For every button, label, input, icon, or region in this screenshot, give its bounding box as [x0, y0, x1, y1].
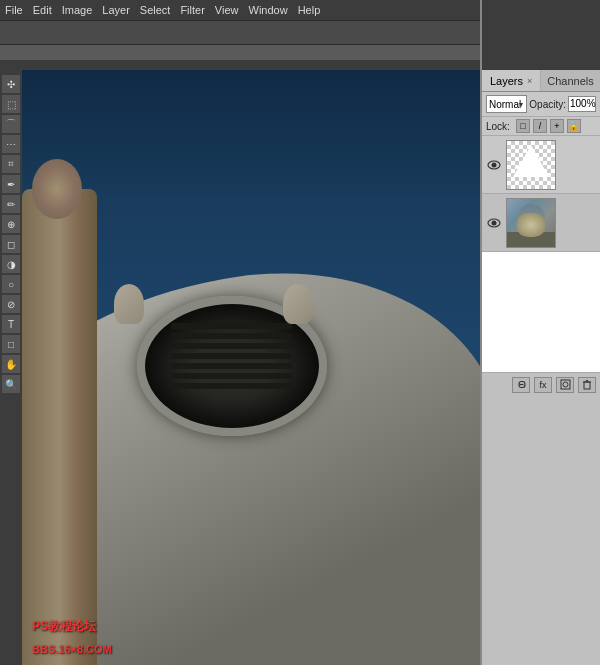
- tool-lasso[interactable]: ⌒: [2, 115, 20, 133]
- tab-channels[interactable]: Channels: [541, 70, 599, 91]
- lock-pixels-icon[interactable]: /: [533, 119, 547, 133]
- tool-zoom[interactable]: 🔍: [2, 375, 20, 393]
- link-layers-button[interactable]: [512, 377, 530, 393]
- tool-gradient[interactable]: ◑: [2, 255, 20, 273]
- layer-1-mask-preview: [507, 141, 555, 189]
- panels-top-bar: [482, 0, 600, 70]
- tool-shape[interactable]: □: [2, 335, 20, 353]
- scroll-ornament-right: [283, 284, 313, 324]
- blend-mode-select[interactable]: Normal: [486, 95, 527, 113]
- layer-2-photo-preview: [507, 199, 555, 247]
- layer-1-visibility[interactable]: [486, 157, 502, 173]
- layer-item-2[interactable]: [482, 194, 600, 252]
- lock-transparent-icon[interactable]: □: [516, 119, 530, 133]
- blend-mode-select-wrap[interactable]: Normal: [486, 95, 527, 113]
- tool-brush[interactable]: ✏: [2, 195, 20, 213]
- layer-effects-button[interactable]: fx: [534, 377, 552, 393]
- column-left: [22, 189, 97, 665]
- scroll-ornament-left: [114, 284, 144, 324]
- layer-toolbar: fx: [482, 372, 600, 396]
- tool-clone[interactable]: ⊕: [2, 215, 20, 233]
- tool-eraser[interactable]: ◻: [2, 235, 20, 253]
- menu-edit[interactable]: Edit: [33, 4, 52, 16]
- tab-layers[interactable]: Layers ×: [482, 70, 541, 91]
- layers-empty-area: [482, 252, 600, 372]
- tab-layers-label: Layers: [490, 75, 523, 87]
- svg-point-1: [492, 162, 497, 167]
- tool-crop[interactable]: ⌗: [2, 155, 20, 173]
- layer-item-1[interactable]: [482, 136, 600, 194]
- add-mask-button[interactable]: [556, 377, 574, 393]
- menu-filter[interactable]: Filter: [180, 4, 204, 16]
- tool-magic-wand[interactable]: ⋯: [2, 135, 20, 153]
- menu-help[interactable]: Help: [298, 4, 321, 16]
- tool-pen[interactable]: ⊘: [2, 295, 20, 313]
- lock-row: Lock: □ / + 🔒: [482, 117, 600, 136]
- svg-point-3: [492, 220, 497, 225]
- tool-hand[interactable]: ✋: [2, 355, 20, 373]
- right-panels: Layers × Channels Normal Opacity: 100% L…: [480, 0, 600, 665]
- layer-2-thumbnail: [506, 198, 556, 248]
- menu-window[interactable]: Window: [249, 4, 288, 16]
- lock-all-icon[interactable]: 🔒: [567, 119, 581, 133]
- tab-layers-close[interactable]: ×: [527, 76, 532, 86]
- tool-text[interactable]: T: [2, 315, 20, 333]
- tool-eyedropper[interactable]: ✒: [2, 175, 20, 193]
- menu-view[interactable]: View: [215, 4, 239, 16]
- svg-rect-7: [584, 382, 590, 389]
- menu-select[interactable]: Select: [140, 4, 171, 16]
- svg-point-6: [563, 382, 568, 387]
- stone-ornament: [32, 159, 82, 219]
- tool-marquee[interactable]: ⬚: [2, 95, 20, 113]
- panel-tab-row: Layers × Channels: [482, 70, 600, 92]
- opacity-label: Opacity:: [529, 99, 566, 110]
- menu-layer[interactable]: Layer: [102, 4, 130, 16]
- watermark-line1: PS教程论坛: [32, 618, 96, 635]
- svg-rect-5: [561, 380, 570, 389]
- lock-position-icon[interactable]: +: [550, 119, 564, 133]
- tool-dodge[interactable]: ○: [2, 275, 20, 293]
- canvas-area: PS教程论坛 BBS.16×8.COM: [22, 70, 480, 665]
- watermark-line2: BBS.16×8.COM: [32, 643, 112, 655]
- tool-move[interactable]: ✣: [2, 75, 20, 93]
- layers-panel: Layers × Channels Normal Opacity: 100% L…: [482, 70, 600, 396]
- layer-1-thumbnail: [506, 140, 556, 190]
- delete-layer-button[interactable]: [578, 377, 596, 393]
- menu-file[interactable]: File: [5, 4, 23, 16]
- blend-opacity-row: Normal Opacity: 100%: [482, 92, 600, 117]
- menu-image[interactable]: Image: [62, 4, 93, 16]
- opacity-value[interactable]: 100%: [568, 96, 596, 112]
- mask-triangle-shape: [513, 145, 549, 177]
- left-toolbar: ✣ ⬚ ⌒ ⋯ ⌗ ✒ ✏ ⊕ ◻ ◑ ○ ⊘ T □ ✋ 🔍: [0, 70, 22, 665]
- fx-label: fx: [539, 380, 546, 390]
- layer-2-visibility[interactable]: [486, 215, 502, 231]
- lock-label: Lock:: [486, 121, 510, 132]
